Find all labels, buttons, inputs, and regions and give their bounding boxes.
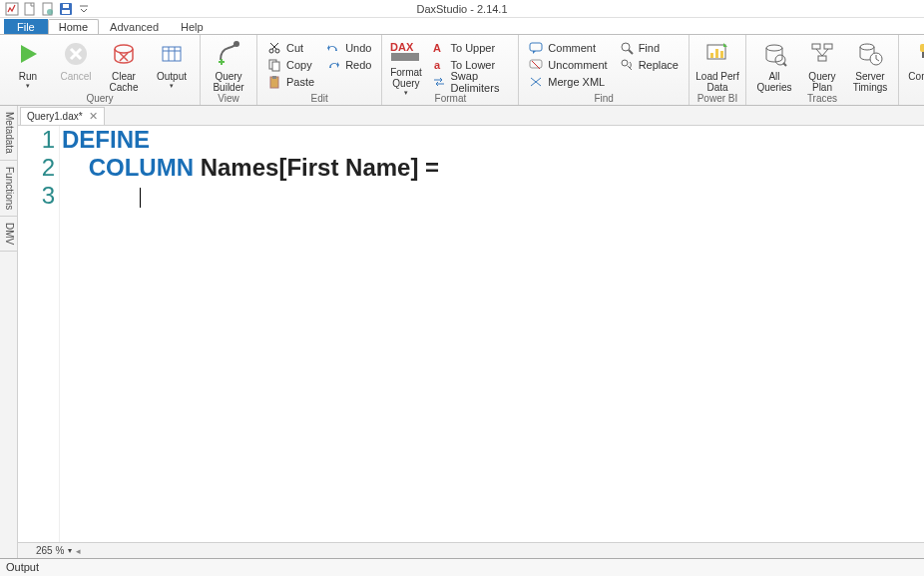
run-button[interactable]: Run ▾ xyxy=(6,37,50,93)
output-label: Output xyxy=(6,561,39,573)
chevron-down-icon: ▾ xyxy=(170,82,174,90)
svg-point-34 xyxy=(766,45,782,51)
svg-text:A: A xyxy=(433,42,441,54)
swap-delimiters-button[interactable]: Swap Delimiters xyxy=(428,73,513,90)
uncomment-icon xyxy=(529,58,543,72)
document-area: Metadata Functions DMV Query1.dax* ✕ 1 2… xyxy=(0,106,924,558)
ribbon-group-find: Comment Uncomment Merge XML Find Replace… xyxy=(519,35,690,105)
cut-button[interactable]: Cut xyxy=(263,39,318,56)
format-query-button[interactable]: DAX Format Query ▾ xyxy=(388,37,423,93)
svg-rect-10 xyxy=(163,47,181,61)
comment-icon xyxy=(529,41,543,55)
svg-point-15 xyxy=(269,49,273,53)
cancel-icon xyxy=(60,39,92,69)
output-icon xyxy=(156,39,188,69)
find-button[interactable]: Find xyxy=(616,39,683,56)
app-icon xyxy=(4,1,20,17)
paste-icon xyxy=(267,75,281,89)
code-body[interactable]: DEFINE COLUMN Names[First Name] = xyxy=(60,126,924,558)
qat-dropdown-icon[interactable] xyxy=(76,1,92,17)
svg-line-36 xyxy=(783,63,786,66)
group-label-connection: Connection xyxy=(899,93,924,105)
clear-cache-button[interactable]: Clear Cache xyxy=(102,37,146,93)
line-number: 2 xyxy=(18,154,55,182)
comment-button[interactable]: Comment xyxy=(525,39,611,56)
new-icon[interactable] xyxy=(22,1,38,17)
copy-button[interactable]: Copy xyxy=(263,56,318,73)
server-timings-button[interactable]: Server Timings xyxy=(848,37,892,93)
tab-file[interactable]: File xyxy=(4,19,48,34)
svg-rect-6 xyxy=(62,10,70,14)
zoom-bar: 265 % ▾ ◂ xyxy=(18,542,924,558)
side-tab-dmv[interactable]: DMV xyxy=(0,217,17,252)
side-tab-functions[interactable]: Functions xyxy=(0,161,17,217)
svg-rect-25 xyxy=(530,43,542,51)
tab-advanced[interactable]: Advanced xyxy=(99,19,170,34)
save-icon[interactable] xyxy=(58,1,74,17)
side-tabs: Metadata Functions DMV xyxy=(0,106,18,558)
merge-xml-button[interactable]: Merge XML xyxy=(525,73,611,90)
output-panel[interactable]: Output xyxy=(0,558,924,576)
ribbon-group-edit: Cut Copy Paste Undo Redo Edit xyxy=(257,35,382,105)
output-button[interactable]: Output ▾ xyxy=(150,37,194,93)
svg-rect-18 xyxy=(272,62,279,71)
file-tab[interactable]: Query1.dax* ✕ xyxy=(20,107,105,125)
svg-rect-37 xyxy=(812,44,820,49)
svg-rect-42 xyxy=(920,44,924,52)
server-timings-icon xyxy=(854,39,886,69)
merge-icon xyxy=(529,75,543,89)
query-plan-button[interactable]: Query Plan xyxy=(800,37,844,93)
svg-rect-20 xyxy=(272,76,276,79)
cancel-button[interactable]: Cancel xyxy=(54,37,98,93)
close-icon[interactable]: ✕ xyxy=(89,110,98,123)
replace-icon xyxy=(620,58,634,72)
line-number: 3 xyxy=(18,182,55,210)
ribbon-group-connection: Connect Refresh Metadata Connection xyxy=(899,35,924,105)
replace-button[interactable]: Replace xyxy=(616,56,683,73)
group-label-view: View xyxy=(201,93,256,105)
undo-icon xyxy=(326,41,340,55)
group-label-edit: Edit xyxy=(257,93,381,105)
query-builder-button[interactable]: Query Builder xyxy=(207,37,250,93)
to-upper-button[interactable]: ATo Upper xyxy=(428,39,513,56)
group-label-powerbi: Power BI xyxy=(690,93,745,105)
svg-rect-0 xyxy=(6,3,18,15)
redo-icon xyxy=(326,58,340,72)
connect-button[interactable]: Connect xyxy=(905,37,924,93)
zoom-dropdown-icon[interactable]: ▾ xyxy=(68,546,72,555)
load-perf-data-button[interactable]: Load Perf Data xyxy=(695,37,739,93)
keyword-column: COLUMN xyxy=(89,154,194,181)
svg-rect-5 xyxy=(63,4,69,8)
all-queries-button[interactable]: All Queries xyxy=(752,37,796,93)
svg-rect-26 xyxy=(530,60,542,68)
svg-point-14 xyxy=(233,41,239,47)
redo-button[interactable]: Redo xyxy=(322,56,375,73)
side-tab-metadata[interactable]: Metadata xyxy=(0,106,17,161)
indent xyxy=(62,154,89,181)
tab-home[interactable]: Home xyxy=(48,19,99,34)
copy-icon xyxy=(267,58,281,72)
all-queries-icon xyxy=(758,39,790,69)
dax-formatter-icon: DAX xyxy=(390,39,422,65)
svg-line-28 xyxy=(629,50,633,54)
new-query-icon[interactable] xyxy=(40,1,56,17)
paste-button[interactable]: Paste xyxy=(263,73,318,90)
uncomment-button[interactable]: Uncomment xyxy=(525,56,611,73)
clear-cache-icon xyxy=(108,39,140,69)
tab-help[interactable]: Help xyxy=(170,19,215,34)
find-icon xyxy=(620,41,634,55)
to-upper-icon: A xyxy=(432,41,446,55)
window-title: DaxStudio - 2.14.1 xyxy=(416,3,507,15)
code-editor[interactable]: 1 2 3 DEFINE COLUMN Names[First Name] = xyxy=(18,126,924,558)
ribbon-group-powerbi: Load Perf Data Power BI xyxy=(690,35,746,105)
quick-access-toolbar xyxy=(0,1,96,17)
line-number-gutter: 1 2 3 xyxy=(18,126,60,558)
svg-rect-33 xyxy=(720,51,723,58)
query-builder-icon xyxy=(213,39,244,69)
group-label-format: Format xyxy=(382,93,518,105)
undo-button[interactable]: Undo xyxy=(322,39,375,56)
group-label-traces: Traces xyxy=(746,93,898,105)
svg-rect-38 xyxy=(824,44,832,49)
svg-rect-32 xyxy=(715,49,718,58)
chevron-left-icon[interactable]: ◂ xyxy=(76,546,81,556)
